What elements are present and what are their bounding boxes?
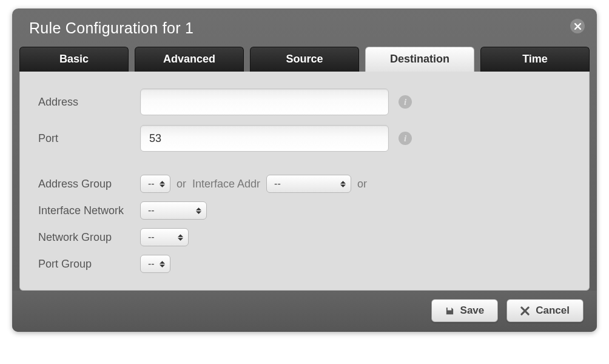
cancel-label: Cancel bbox=[536, 305, 570, 317]
network-group-label: Network Group bbox=[38, 231, 140, 244]
close-icon bbox=[574, 23, 581, 30]
network-group-value: -- bbox=[148, 232, 155, 243]
interface-network-select[interactable]: -- bbox=[140, 201, 207, 220]
rule-config-dialog: Rule Configuration for 1 Basic Advanced … bbox=[12, 8, 597, 332]
row-address: Address i bbox=[38, 89, 571, 115]
row-port-group: Port Group -- bbox=[38, 255, 571, 273]
row-interface-network: Interface Network -- bbox=[38, 201, 571, 220]
port-group-select[interactable]: -- bbox=[140, 255, 170, 273]
interface-network-value: -- bbox=[148, 205, 155, 216]
select-arrows-icon bbox=[178, 234, 183, 241]
tab-destination[interactable]: Destination bbox=[365, 47, 474, 72]
network-group-select[interactable]: -- bbox=[140, 228, 189, 246]
save-label: Save bbox=[460, 305, 485, 317]
save-button[interactable]: Save bbox=[431, 299, 499, 322]
address-input[interactable] bbox=[140, 89, 389, 115]
address-group-select[interactable]: -- bbox=[140, 175, 170, 193]
cancel-icon bbox=[520, 306, 530, 315]
info-icon[interactable]: i bbox=[399, 95, 412, 109]
select-arrows-icon bbox=[196, 207, 201, 214]
save-icon bbox=[445, 306, 454, 315]
address-label: Address bbox=[38, 96, 140, 109]
tab-source[interactable]: Source bbox=[250, 47, 359, 72]
dialog-title: Rule Configuration for 1 bbox=[29, 19, 580, 37]
row-address-group: Address Group -- or Interface Addr -- or bbox=[38, 175, 571, 193]
tab-bar: Basic Advanced Source Destination Time bbox=[12, 47, 597, 72]
cancel-button[interactable]: Cancel bbox=[506, 299, 584, 322]
tab-basic[interactable]: Basic bbox=[19, 47, 129, 72]
or-text: or bbox=[177, 178, 186, 190]
tab-advanced[interactable]: Advanced bbox=[135, 47, 244, 72]
interface-addr-select[interactable]: -- bbox=[266, 175, 351, 193]
port-input[interactable] bbox=[140, 125, 389, 152]
port-group-label: Port Group bbox=[38, 258, 140, 271]
info-icon[interactable]: i bbox=[399, 132, 412, 145]
port-label: Port bbox=[38, 132, 140, 145]
dialog-header: Rule Configuration for 1 bbox=[12, 8, 597, 47]
tab-time[interactable]: Time bbox=[480, 47, 590, 72]
dialog-footer: Save Cancel bbox=[12, 291, 597, 332]
row-port: Port i bbox=[38, 125, 571, 152]
select-arrows-icon bbox=[340, 181, 346, 187]
or-text: or bbox=[357, 178, 367, 190]
select-arrows-icon bbox=[160, 261, 165, 268]
port-group-value: -- bbox=[148, 258, 155, 269]
interface-addr-value: -- bbox=[274, 178, 281, 189]
interface-network-label: Interface Network bbox=[38, 204, 140, 217]
row-network-group: Network Group -- bbox=[38, 228, 571, 246]
select-arrows-icon bbox=[160, 181, 165, 187]
tab-content: Address i Port i Address Group -- or Int… bbox=[19, 72, 590, 291]
close-button[interactable] bbox=[570, 19, 585, 33]
interface-addr-label: Interface Addr bbox=[192, 178, 260, 190]
address-group-value: -- bbox=[148, 178, 155, 189]
address-group-label: Address Group bbox=[38, 178, 140, 190]
